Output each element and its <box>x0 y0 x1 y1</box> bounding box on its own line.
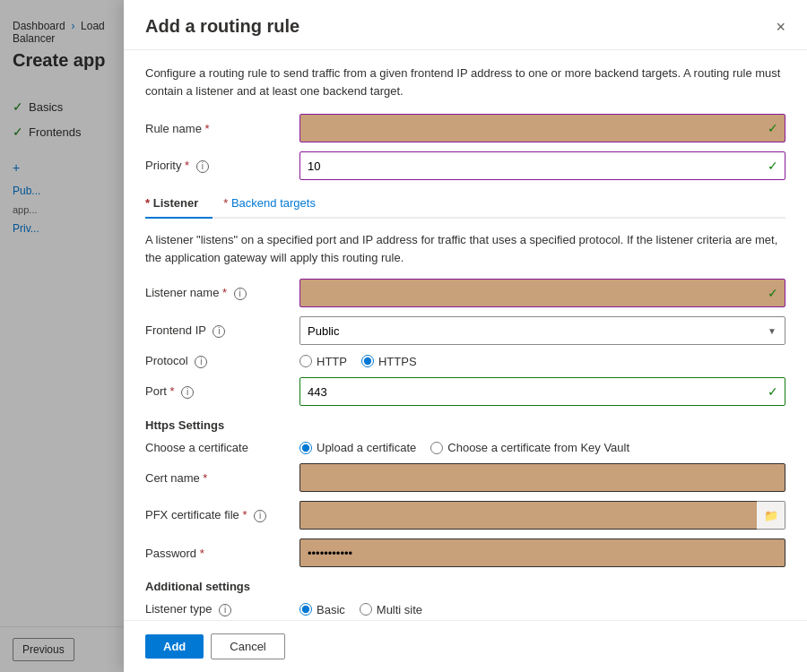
cert-name-control <box>299 463 785 492</box>
protocol-https-option[interactable]: HTTPS <box>361 355 417 368</box>
password-input[interactable] <box>299 538 785 567</box>
rule-name-label: Rule name * <box>145 122 289 135</box>
listener-type-radio-group: Basic Multi site <box>299 603 422 616</box>
folder-icon: 📁 <box>764 509 778 522</box>
listener-name-required: * <box>222 286 227 299</box>
modal-panel: Add a routing rule × Configure a routing… <box>124 0 807 672</box>
listener-type-basic[interactable]: Basic <box>299 603 345 616</box>
cert-name-input[interactable] <box>299 463 785 492</box>
pfx-info-icon[interactable]: i <box>254 510 266 522</box>
frontend-ip-row: Frontend IP i Public Private ▼ <box>145 316 785 345</box>
protocol-http-label: HTTP <box>317 355 347 368</box>
cert-upload-option[interactable]: Upload a certificate <box>299 441 416 454</box>
listener-name-label: Listener name * i <box>145 286 289 300</box>
pfx-cert-input[interactable] <box>299 501 757 530</box>
protocol-https-radio[interactable] <box>361 355 374 367</box>
cert-keyvault-label: Choose a certificate from Key Vault <box>447 441 629 454</box>
listener-type-basic-label: Basic <box>317 603 345 616</box>
rule-name-control: ✓ <box>299 114 785 142</box>
listener-type-multisite[interactable]: Multi site <box>360 603 422 616</box>
protocol-radio-group: HTTP HTTPS <box>299 355 417 368</box>
choose-cert-row: Choose a certificate Upload a certificat… <box>145 441 785 454</box>
listener-name-checkmark: ✓ <box>768 286 778 300</box>
frontend-ip-label: Frontend IP i <box>145 323 289 338</box>
listener-type-basic-radio[interactable] <box>299 603 312 616</box>
choose-cert-label: Choose a certificate <box>145 441 289 454</box>
cert-name-row: Cert name * <box>145 463 785 492</box>
listener-type-multisite-radio[interactable] <box>360 603 372 616</box>
rule-name-required: * <box>205 122 210 135</box>
cert-keyvault-option[interactable]: Choose a certificate from Key Vault <box>430 441 629 454</box>
cert-upload-label: Upload a certificate <box>317 441 416 454</box>
port-checkmark: ✓ <box>768 384 778 399</box>
protocol-label: Protocol i <box>145 354 289 368</box>
tab-listener-required: * <box>145 196 150 210</box>
modal-title: Add a routing rule <box>145 16 299 37</box>
priority-input[interactable] <box>299 151 785 180</box>
pfx-input-group: 📁 <box>299 501 785 530</box>
modal-close-button[interactable]: × <box>776 19 785 35</box>
password-label: Password * <box>145 547 289 560</box>
additional-settings-heading: Additional settings <box>145 580 785 593</box>
protocol-http-radio[interactable] <box>299 355 312 367</box>
listener-description: A listener "listens" on a specified port… <box>145 231 785 266</box>
pfx-cert-label: PFX certificate file * i <box>145 508 289 522</box>
protocol-http-option[interactable]: HTTP <box>299 355 347 368</box>
listener-name-row: Listener name * i ✓ <box>145 279 785 307</box>
password-required: * <box>200 547 204 560</box>
listener-type-label: Listener type i <box>145 602 289 616</box>
priority-label: Priority * i <box>145 159 289 173</box>
modal-header: Add a routing rule × <box>124 0 807 50</box>
pfx-required: * <box>242 508 247 521</box>
tab-backend-label: Backend targets <box>231 196 316 210</box>
frontend-ip-select[interactable]: Public Private <box>299 316 785 345</box>
port-label: Port * i <box>145 384 289 399</box>
modal-body: Configure a routing rule to send traffic… <box>124 50 807 620</box>
protocol-row: Protocol i HTTP HTTPS <box>145 354 785 368</box>
add-button[interactable]: Add <box>145 634 204 659</box>
rule-name-checkmark: ✓ <box>768 121 778 135</box>
frontend-ip-select-wrapper: Public Private ▼ <box>299 316 785 345</box>
priority-control: ✓ <box>299 151 785 180</box>
tab-listener[interactable]: * Listener <box>145 189 213 219</box>
cert-upload-radio[interactable] <box>299 442 312 454</box>
tab-backend-targets[interactable]: * Backend targets <box>223 189 330 219</box>
cert-name-label: Cert name * <box>145 471 289 485</box>
port-input[interactable] <box>299 377 785 406</box>
priority-checkmark: ✓ <box>768 159 778 173</box>
tab-listener-label: Listener <box>153 196 199 210</box>
priority-info-icon[interactable]: i <box>196 160 209 173</box>
modal-description: Configure a routing rule to send traffic… <box>145 65 785 99</box>
tab-backend-required: * <box>223 196 228 210</box>
pfx-cert-row: PFX certificate file * i 📁 <box>145 501 785 530</box>
port-control: ✓ <box>299 377 785 406</box>
cert-option-group: Upload a certificate Choose a certificat… <box>299 441 629 454</box>
cert-keyvault-radio[interactable] <box>430 442 443 454</box>
listener-type-row: Listener type i Basic Multi site <box>145 602 785 616</box>
rule-name-row: Rule name * ✓ <box>145 114 785 142</box>
modal-footer: Add Cancel <box>124 620 807 672</box>
listener-type-multisite-label: Multi site <box>377 603 422 616</box>
port-row: Port * i ✓ <box>145 377 785 406</box>
pfx-file-browse-button[interactable]: 📁 <box>757 501 785 530</box>
cancel-button[interactable]: Cancel <box>211 633 284 659</box>
listener-name-info-icon[interactable]: i <box>234 288 247 300</box>
frontend-ip-info-icon[interactable]: i <box>213 325 225 338</box>
rule-name-input[interactable] <box>299 114 785 142</box>
protocol-info-icon[interactable]: i <box>195 356 207 368</box>
listener-type-info-icon[interactable]: i <box>219 604 231 616</box>
tabs: * Listener * Backend targets <box>145 189 785 219</box>
port-required: * <box>169 384 174 398</box>
listener-name-control: ✓ <box>299 279 785 307</box>
priority-row: Priority * i ✓ <box>145 151 785 180</box>
protocol-https-label: HTTPS <box>378 355 417 368</box>
password-control <box>299 538 785 567</box>
priority-required: * <box>185 159 189 172</box>
listener-name-input[interactable] <box>299 279 785 307</box>
port-info-icon[interactable]: i <box>181 386 194 399</box>
password-row: Password * <box>145 538 785 567</box>
cert-name-required: * <box>203 471 207 485</box>
https-settings-heading: Https Settings <box>145 418 785 432</box>
